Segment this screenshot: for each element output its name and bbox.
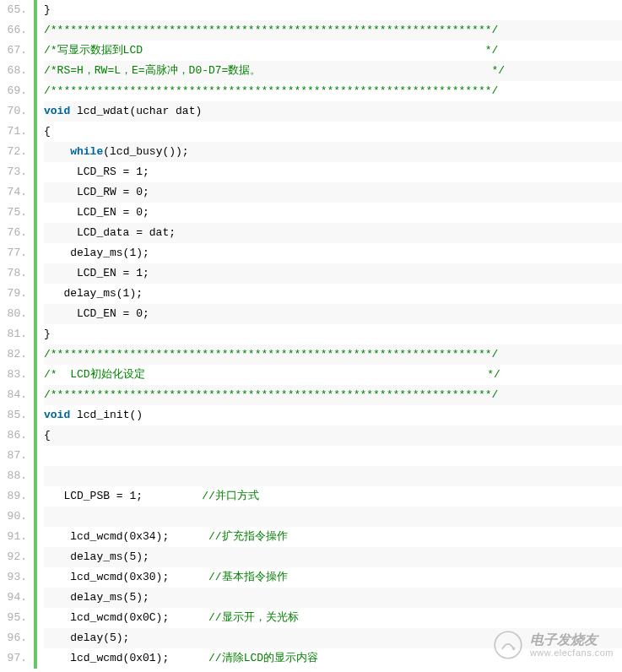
- token-plain: lcd_init(): [70, 405, 143, 425]
- line-number: 83.: [0, 365, 30, 385]
- line-number: 81.: [0, 324, 30, 344]
- code-line: lcd_wcmd(0x01); //清除LCD的显示内容: [44, 648, 622, 669]
- token-plain: lcd_wcmd(0x30);: [44, 567, 208, 588]
- line-number-gutter: 65.66.67.68.69.70.71.72.73.74.75.76.77.7…: [0, 0, 34, 669]
- line-number: 79.: [0, 284, 30, 304]
- line-number: 73.: [0, 162, 30, 182]
- code-line: }: [44, 0, 622, 20]
- token-comment: //显示开，关光标: [208, 608, 299, 628]
- code-line: /*RS=H，RW=L，E=高脉冲，D0-D7=数据。 */: [44, 61, 622, 81]
- line-number: 91.: [0, 527, 30, 547]
- token-comment: /*写显示数据到LCD */: [44, 41, 498, 61]
- token-comment: /***************************************…: [44, 385, 498, 405]
- token-keyword: while: [70, 142, 103, 162]
- code-line: LCD_data = dat;: [44, 223, 622, 243]
- code-line: delay_ms(5);: [44, 588, 622, 608]
- code-line: /*写显示数据到LCD */: [44, 41, 622, 61]
- token-plain: LCD_RW = 0;: [44, 182, 149, 203]
- code-line: [44, 466, 622, 486]
- token-plain: [44, 446, 51, 466]
- token-comment: //基本指令操作: [208, 567, 288, 588]
- token-comment: /*RS=H，RW=L，E=高脉冲，D0-D7=数据。 */: [44, 61, 505, 81]
- token-plain: lcd_wcmd(0x01);: [44, 648, 208, 669]
- code-line: /***************************************…: [44, 20, 622, 41]
- token-plain: LCD_EN = 0;: [44, 304, 156, 324]
- code-line: LCD_RS = 1;: [44, 162, 622, 182]
- token-plain: (lcd_busy());: [103, 142, 188, 162]
- code-line: [44, 446, 622, 466]
- token-plain: {: [44, 425, 57, 446]
- token-comment: /***************************************…: [44, 81, 498, 101]
- line-number: 95.: [0, 608, 30, 628]
- code-block: 65.66.67.68.69.70.71.72.73.74.75.76.77.7…: [0, 0, 622, 669]
- code-line: lcd_wcmd(0x0C); //显示开，关光标: [44, 608, 622, 628]
- code-line: delay_ms(1);: [44, 284, 622, 304]
- code-lines: }/**************************************…: [37, 0, 622, 669]
- line-number: 70.: [0, 101, 30, 122]
- line-number: 66.: [0, 20, 30, 41]
- line-number: 69.: [0, 81, 30, 101]
- line-number: 90.: [0, 507, 30, 527]
- code-line: }: [44, 324, 622, 344]
- line-number: 82.: [0, 344, 30, 365]
- line-number: 65.: [0, 0, 30, 20]
- token-plain: LCD_EN = 1;: [44, 263, 149, 284]
- token-plain: LCD_PSB = 1;: [44, 486, 202, 507]
- token-comment: /***************************************…: [44, 344, 498, 365]
- code-line: LCD_EN = 0;: [44, 203, 622, 223]
- line-number: 68.: [0, 61, 30, 81]
- line-number: 77.: [0, 243, 30, 263]
- line-number: 86.: [0, 425, 30, 446]
- line-number: 75.: [0, 203, 30, 223]
- token-plain: [44, 142, 70, 162]
- code-line: {: [44, 122, 622, 142]
- code-line: void lcd_init(): [44, 405, 622, 425]
- line-number: 87.: [0, 446, 30, 466]
- code-line: void lcd_wdat(uchar dat): [44, 101, 622, 122]
- code-line: /***************************************…: [44, 344, 622, 365]
- line-number: 80.: [0, 304, 30, 324]
- code-line: lcd_wcmd(0x34); //扩充指令操作: [44, 527, 622, 547]
- token-keyword: void: [44, 101, 70, 122]
- code-line: delay(5);: [44, 628, 622, 648]
- token-plain: [44, 466, 51, 486]
- token-plain: delay_ms(1);: [44, 243, 149, 263]
- line-number: 72.: [0, 142, 30, 162]
- token-keyword: void: [44, 405, 70, 425]
- line-number: 78.: [0, 263, 30, 284]
- code-line: lcd_wcmd(0x30); //基本指令操作: [44, 567, 622, 588]
- line-number: 84.: [0, 385, 30, 405]
- token-plain: {: [44, 122, 51, 142]
- code-line: LCD_PSB = 1; //并口方式: [44, 486, 622, 507]
- line-number: 85.: [0, 405, 30, 425]
- token-comment: //扩充指令操作: [208, 527, 288, 547]
- token-comment: /***************************************…: [44, 20, 498, 41]
- token-plain: LCD_RS = 1;: [44, 162, 149, 182]
- line-number: 89.: [0, 486, 30, 507]
- code-line: /* LCD初始化设定 */: [44, 365, 622, 385]
- code-line: while(lcd_busy());: [44, 142, 622, 162]
- line-number: 93.: [0, 567, 30, 588]
- token-plain: delay_ms(1);: [44, 284, 143, 304]
- code-line: delay_ms(5);: [44, 547, 622, 567]
- token-comment: //并口方式: [202, 486, 259, 507]
- code-line: LCD_RW = 0;: [44, 182, 622, 203]
- line-number: 88.: [0, 466, 30, 486]
- line-number: 92.: [0, 547, 30, 567]
- token-plain: delay_ms(5);: [44, 547, 149, 567]
- line-number: 96.: [0, 628, 30, 648]
- line-number: 94.: [0, 588, 30, 608]
- code-line: [44, 507, 622, 527]
- token-comment: //清除LCD的显示内容: [208, 648, 318, 669]
- token-plain: }: [44, 324, 51, 344]
- token-comment: /* LCD初始化设定 */: [44, 365, 500, 385]
- code-line: delay_ms(1);: [44, 243, 622, 263]
- token-plain: LCD_data = dat;: [44, 223, 176, 243]
- line-number: 76.: [0, 223, 30, 243]
- code-line: /***************************************…: [44, 385, 622, 405]
- code-line: LCD_EN = 1;: [44, 263, 622, 284]
- line-number: 97.: [0, 648, 30, 669]
- line-number: 71.: [0, 122, 30, 142]
- token-plain: lcd_wcmd(0x34);: [44, 527, 208, 547]
- token-plain: lcd_wdat(uchar dat): [70, 101, 202, 122]
